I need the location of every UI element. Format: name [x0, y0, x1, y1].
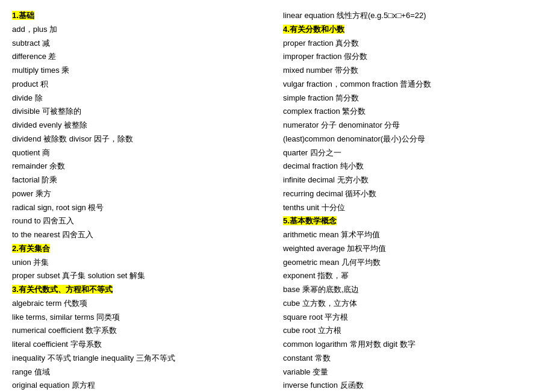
- entry-line: union 并集: [12, 256, 271, 270]
- heading-text: 1.基础: [12, 11, 34, 20]
- entry-line: product 积: [12, 78, 271, 92]
- entry-line: power 乘方: [12, 187, 271, 201]
- entry-line: divisible 可被整除的: [12, 105, 271, 119]
- page-container: 1.基础add，plus 加subtract 减difference 差mult…: [12, 9, 542, 392]
- entry-line: complex fraction 繁分数: [283, 105, 542, 119]
- section-heading: 1.基础: [12, 9, 271, 23]
- heading-text: 3.有关代数式、方程和不等式: [12, 285, 113, 294]
- entry-line: inequality 不等式 triangle inequality 三角不等式: [12, 352, 271, 366]
- entry-line: like terms, similar terms 同类项: [12, 311, 271, 325]
- entry-line: round to 四舍五入: [12, 214, 271, 228]
- entry-line: divided evenly 被整除: [12, 119, 271, 132]
- heading-text: 2.有关集合: [12, 244, 50, 253]
- left-column: 1.基础add，plus 加subtract 减difference 差mult…: [12, 9, 271, 392]
- entry-line: cube 立方数，立方体: [283, 297, 542, 311]
- entry-line: linear equation 线性方程(e.g.5□x□+6=22): [283, 9, 542, 23]
- heading-text: 4.有关分数和小数: [283, 25, 344, 34]
- entry-line: decimal fraction 纯小数: [283, 160, 542, 173]
- entry-line: mixed number 带分数: [283, 64, 542, 78]
- entry-line: add，plus 加: [12, 23, 271, 37]
- entry-line: numerator 分子 denominator 分母: [283, 119, 542, 132]
- entry-line: original equation 原方程: [12, 379, 271, 392]
- entry-line: remainder 余数: [12, 160, 271, 173]
- entry-line: exponent 指数，幂: [283, 269, 542, 283]
- entry-line: proper fraction 真分数: [283, 37, 542, 51]
- entry-line: weighted average 加权平均值: [283, 242, 542, 256]
- entry-line: inverse function 反函数: [283, 379, 542, 392]
- entry-line: arithmetic mean 算术平均值: [283, 228, 542, 242]
- entry-line: proper subset 真子集 solution set 解集: [12, 269, 271, 283]
- section-heading: 5.基本数学概念: [283, 214, 542, 228]
- entry-line: multiply times 乘: [12, 64, 271, 78]
- entry-line: subtract 减: [12, 37, 271, 51]
- entry-line: variable 变量: [283, 366, 542, 379]
- entry-line: quotient 商: [12, 146, 271, 160]
- entry-line: algebraic term 代数项: [12, 297, 271, 311]
- entry-line: radical sign, root sign 根号: [12, 201, 271, 215]
- entry-line: vulgar fraction，common fraction 普通分数: [283, 78, 542, 92]
- entry-line: common logarithm 常用对数 digit 数字: [283, 338, 542, 352]
- entry-line: tenths unit 十分位: [283, 201, 542, 215]
- entry-line: difference 差: [12, 50, 271, 64]
- section-heading: 2.有关集合: [12, 242, 271, 256]
- entry-line: range 值域: [12, 366, 271, 379]
- entry-line: recurring decimal 循环小数: [283, 187, 542, 201]
- right-column: linear equation 线性方程(e.g.5□x□+6=22)4.有关分…: [283, 9, 542, 392]
- entry-line: (least)common denominator(最小)公分母: [283, 132, 542, 146]
- entry-line: numerical coefficient 数字系数: [12, 324, 271, 338]
- entry-line: base 乘幂的底数,底边: [283, 283, 542, 297]
- entry-line: divide 除: [12, 92, 271, 105]
- entry-line: geometric mean 几何平均数: [283, 256, 542, 270]
- entry-line: improper fraction 假分数: [283, 50, 542, 64]
- entry-line: to the nearest 四舍五入: [12, 228, 271, 242]
- entry-line: dividend 被除数 divisor 因子，除数: [12, 132, 271, 146]
- entry-line: cube root 立方根: [283, 324, 542, 338]
- entry-line: simple fraction 简分数: [283, 92, 542, 105]
- entry-line: infinite decimal 无穷小数: [283, 173, 542, 187]
- entry-line: quarter 四分之一: [283, 146, 542, 160]
- heading-text: 5.基本数学概念: [283, 216, 337, 225]
- entry-line: square root 平方根: [283, 311, 542, 325]
- entry-line: constant 常数: [283, 352, 542, 366]
- section-heading: 4.有关分数和小数: [283, 23, 542, 37]
- entry-line: factorial 阶乘: [12, 173, 271, 187]
- section-heading: 3.有关代数式、方程和不等式: [12, 283, 271, 297]
- entry-line: literal coefficient 字母系数: [12, 338, 271, 352]
